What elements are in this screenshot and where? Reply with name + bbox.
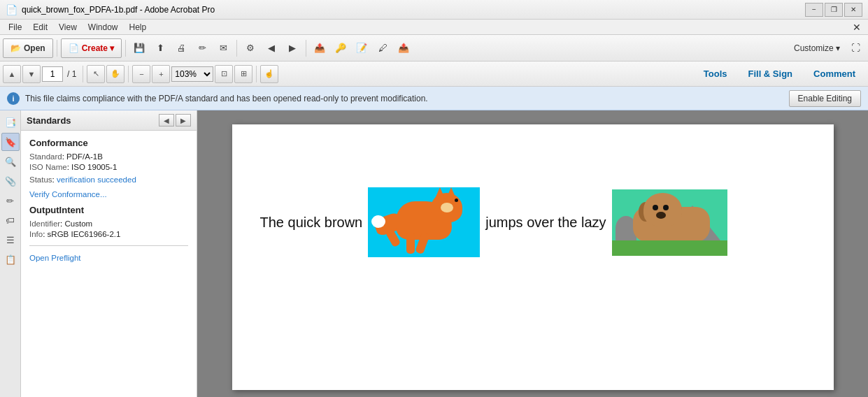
- panel-title: Standards: [27, 115, 71, 126]
- panel-nav: ◀ ▶: [159, 114, 191, 127]
- title-bar-controls: − ❐ ✕: [805, 3, 862, 17]
- prev-page-button[interactable]: ▲: [3, 65, 21, 83]
- panel-divider: [29, 245, 188, 246]
- pdf-page: The quick brown jumps: [232, 124, 834, 390]
- fox-ear1: [434, 187, 446, 200]
- zoom-in-button[interactable]: +: [152, 65, 170, 83]
- close-button[interactable]: ✕: [844, 3, 862, 17]
- export-button[interactable]: 📤: [310, 38, 329, 58]
- back-button[interactable]: ◀: [262, 38, 281, 58]
- zoom-out-button[interactable]: −: [132, 65, 150, 83]
- sidebar-icon-search[interactable]: 🔍: [1, 152, 20, 171]
- minimize-button[interactable]: −: [805, 3, 823, 17]
- pdf-area[interactable]: The quick brown jumps: [197, 110, 868, 397]
- restore-button[interactable]: ❐: [825, 3, 843, 17]
- protect-button[interactable]: 🔑: [331, 38, 350, 58]
- preflight-link-row: Open Preflight: [29, 253, 188, 263]
- email-button[interactable]: ✉: [213, 38, 233, 58]
- menubar-close[interactable]: ✕: [848, 22, 865, 33]
- ground: [612, 240, 727, 256]
- conformance-title: Conformance: [29, 138, 188, 148]
- menu-window[interactable]: Window: [83, 21, 124, 34]
- menu-edit[interactable]: Edit: [27, 21, 53, 34]
- touch-button[interactable]: ☝: [260, 65, 278, 83]
- folder-icon: 📂: [10, 43, 21, 53]
- sidebar-icon-attachments[interactable]: 📎: [1, 172, 20, 190]
- iso-field: ISO Name: ISO 19005-1: [29, 163, 188, 171]
- page-number-input[interactable]: [42, 66, 63, 82]
- sidebar-icon-layers[interactable]: ☰: [1, 231, 20, 249]
- next-page-button[interactable]: ▼: [22, 65, 41, 83]
- panel-nav-next[interactable]: ▶: [176, 114, 191, 127]
- fill-sign-tab[interactable]: Fill & Sign: [738, 66, 802, 82]
- save-button[interactable]: 💾: [129, 38, 149, 58]
- info-message: This file claims compliance with the PDF…: [25, 94, 783, 103]
- fox-ear2: [446, 187, 456, 198]
- text-middle: jumps over the lazy: [485, 215, 606, 231]
- toolbar1: 📂 Open 📄 Create ▾ 💾 ⬆ 🖨 ✏ ✉ ⚙ ◀ ▶ 📤 🔑 📝 …: [0, 35, 868, 62]
- title-bar: 📄 quick_brown_fox_PDFA-1b.pdf - Adobe Ac…: [0, 0, 868, 20]
- create-button[interactable]: 📄 Create ▾: [61, 38, 122, 58]
- standard-field: Standard: PDF/A-1B: [29, 152, 188, 161]
- forward-button[interactable]: ▶: [283, 38, 302, 58]
- fit-width-button[interactable]: ⊞: [234, 65, 252, 83]
- identifier-field: Identifier: Custom: [29, 219, 188, 228]
- sidebar-icon-tags[interactable]: 🏷: [1, 211, 20, 229]
- settings-button[interactable]: ⚙: [241, 38, 260, 58]
- info-icon: i: [7, 92, 20, 105]
- comment-button[interactable]: 📝: [352, 38, 371, 58]
- open-preflight-link[interactable]: Open Preflight: [29, 254, 81, 262]
- sidebar-icon-bookmarks[interactable]: 🔖: [1, 133, 20, 151]
- separator6: [128, 66, 129, 82]
- upload-button[interactable]: ⬆: [150, 38, 170, 58]
- title-bar-left: 📄 quick_brown_fox_PDFA-1b.pdf - Adobe Ac…: [6, 4, 215, 15]
- select-tool-button[interactable]: ↖: [87, 65, 105, 83]
- zoom-select[interactable]: 103% 50% 75% 100% 125% 150% 200%: [171, 66, 213, 82]
- main-area: 📑 🔖 🔍 📎 ✏ 🏷 ☰ 📋 Standards ◀ ▶ Conformanc…: [0, 110, 868, 397]
- tools-tab[interactable]: Tools: [694, 66, 737, 82]
- edit-button[interactable]: ✏: [192, 38, 212, 58]
- fit-page-button[interactable]: ⊡: [215, 65, 233, 83]
- standards-panel: Standards ◀ ▶ Conformance Standard: PDF/…: [21, 110, 197, 397]
- sidebar-icon-edit[interactable]: ✏: [1, 192, 20, 210]
- verify-conformance-link[interactable]: Verify Conformance...: [29, 190, 107, 198]
- left-icon-sidebar: 📑 🔖 🔍 📎 ✏ 🏷 ☰ 📋: [0, 110, 21, 397]
- panel-content: Conformance Standard: PDF/A-1B ISO Name:…: [21, 131, 197, 397]
- app-icon: 📄: [6, 4, 17, 15]
- separator2: [125, 40, 126, 57]
- separator5: [83, 66, 83, 82]
- dog-eye1: [653, 205, 658, 210]
- fox-image: [368, 187, 480, 257]
- panel-header: Standards ◀ ▶: [21, 110, 197, 131]
- print-button[interactable]: 🖨: [171, 38, 191, 58]
- enable-editing-button[interactable]: Enable Editing: [789, 90, 861, 107]
- separator4: [306, 40, 306, 57]
- separator7: [256, 66, 257, 82]
- dog-nose: [656, 212, 666, 219]
- toolbar2-right: Tools Fill & Sign Comment: [694, 66, 865, 82]
- separator1: [57, 40, 57, 57]
- menu-help[interactable]: Help: [124, 21, 152, 34]
- status-field: Status: verification succeeded: [29, 175, 188, 184]
- identifier-value: Custom: [65, 219, 93, 228]
- text-before: The quick brown: [260, 215, 363, 231]
- menu-file[interactable]: File: [3, 21, 27, 34]
- dog-image: [612, 189, 727, 256]
- comment-tab[interactable]: Comment: [804, 66, 865, 82]
- open-button[interactable]: 📂 Open: [3, 38, 53, 58]
- sign-button[interactable]: 🖊: [373, 38, 392, 58]
- panel-nav-prev[interactable]: ◀: [159, 114, 174, 127]
- info-field: Info: sRGB IEC61966-2.1: [29, 230, 188, 238]
- customize-button[interactable]: Customize ▾: [790, 43, 844, 53]
- fox-leg1: [406, 233, 415, 254]
- dog-head: [643, 193, 682, 226]
- iso-value: ISO 19005-1: [71, 163, 117, 171]
- sidebar-icon-pages[interactable]: 📑: [1, 113, 20, 131]
- fullscreen-button[interactable]: ⛶: [846, 38, 865, 58]
- share-button[interactable]: 📤: [394, 38, 413, 58]
- hand-tool-button[interactable]: ✋: [106, 65, 124, 83]
- sidebar-icon-standards[interactable]: 📋: [1, 250, 20, 268]
- menu-view[interactable]: View: [53, 21, 83, 34]
- verify-link-row: Verify Conformance...: [29, 189, 188, 199]
- create-icon: 📄: [69, 43, 79, 53]
